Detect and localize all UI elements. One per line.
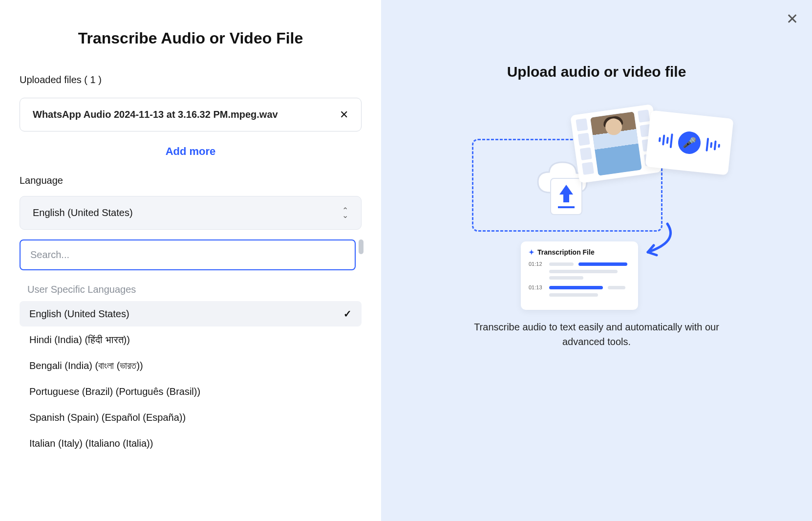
- chevron-sort-icon: ⌃⌄: [342, 208, 348, 217]
- add-more-button[interactable]: Add more: [20, 145, 362, 158]
- upload-card: [550, 178, 582, 215]
- page-title: Transcribe Audio or Video File: [20, 29, 362, 47]
- microphone-icon: 🎤: [677, 130, 702, 155]
- language-option[interactable]: English (United States) ✓: [20, 301, 362, 326]
- transcription-card-title: ✦ Transcription File: [529, 248, 630, 256]
- waveform-icon: [658, 132, 673, 148]
- language-option-label: Spanish (Spain) (Español (España)): [29, 412, 186, 423]
- uploaded-file-chip: WhatsApp Audio 2024-11-13 at 3.16.32 PM.…: [20, 98, 362, 131]
- scrollbar-thumb[interactable]: [359, 239, 363, 254]
- uploaded-file-name: WhatsApp Audio 2024-11-13 at 3.16.32 PM.…: [33, 109, 278, 120]
- language-options-list: English (United States) ✓ Hindi (India) …: [20, 301, 362, 456]
- right-panel: ✕ Upload audio or video file 🎤: [381, 0, 812, 521]
- language-select[interactable]: English (United States) ⌃⌄: [20, 196, 362, 230]
- waveform-icon: [705, 138, 721, 153]
- left-panel: Transcribe Audio or Video File Uploaded …: [0, 0, 381, 521]
- checkmark-icon: ✓: [343, 308, 352, 320]
- selected-language: English (United States): [33, 207, 133, 218]
- language-option-label: Bengali (India) (বাংলা (ভারত)): [29, 360, 143, 371]
- curved-arrow-icon: [638, 222, 682, 266]
- language-option-label: Hindi (India) (हिंदी भारत)): [29, 334, 130, 346]
- upload-arrow-icon: [559, 185, 573, 195]
- language-option-label: Portuguese (Brazil) (Português (Brasil)): [29, 386, 200, 397]
- sparkle-icon: ✦: [529, 248, 534, 256]
- language-option-label: Italian (Italy) (Italiano (Italia)): [29, 438, 153, 449]
- language-option[interactable]: Hindi (India) (हिंदी भारत)): [20, 327, 362, 352]
- language-option[interactable]: Italian (Italy) (Italiano (Italia)): [20, 431, 362, 456]
- search-input[interactable]: [20, 239, 356, 270]
- language-option[interactable]: Bengali (India) (বাংলা (ভারত)): [20, 353, 362, 378]
- transcription-file-card: ✦ Transcription File 01:12 01:13: [521, 241, 638, 310]
- right-panel-description: Transcribe audio to text easily and auto…: [460, 320, 733, 349]
- remove-file-icon[interactable]: ✕: [340, 109, 348, 120]
- dropdown-section-header: User Specific Languages: [20, 281, 362, 301]
- close-icon[interactable]: ✕: [786, 12, 798, 26]
- audio-thumbnail-card: 🎤: [645, 110, 733, 175]
- language-dropdown: User Specific Languages English (United …: [20, 239, 362, 456]
- language-option-label: English (United States): [29, 308, 129, 320]
- language-option[interactable]: Spanish (Spain) (Español (España)): [20, 405, 362, 430]
- upload-illustration: 🎤 ✦ Transcription File 01:12 01:13: [462, 109, 731, 320]
- language-label: Language: [20, 175, 362, 186]
- language-option[interactable]: Portuguese (Brazil) (Português (Brasil)): [20, 379, 362, 404]
- uploaded-files-label: Uploaded files ( 1 ): [20, 74, 362, 86]
- right-panel-title: Upload audio or video file: [507, 64, 686, 80]
